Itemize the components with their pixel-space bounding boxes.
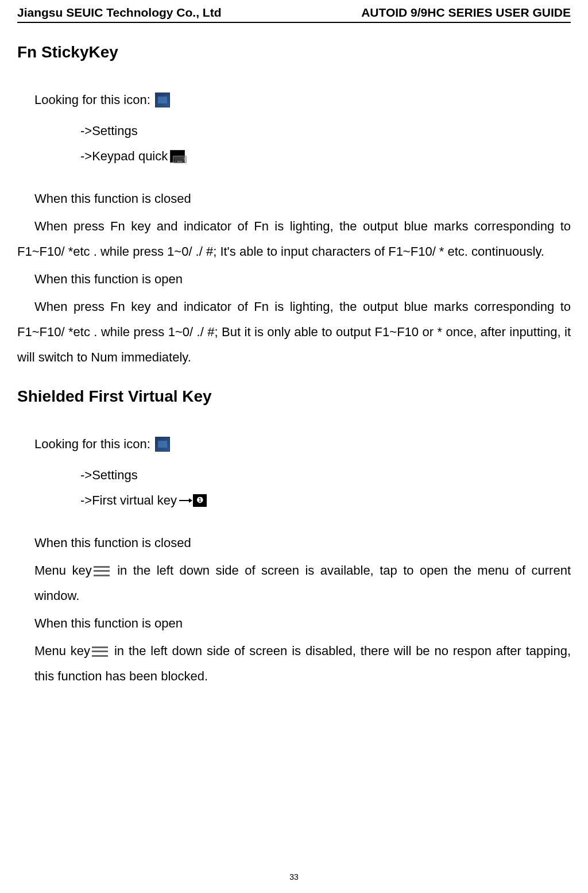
virtual-key-arrow-icon: ❶ — [179, 494, 207, 507]
virtual-closed-paragraph: Menu key in the left down side of screen… — [34, 558, 571, 609]
nav-keypad-quick: ->Keypad quick — [80, 144, 571, 169]
hamburger-menu-icon-2 — [92, 646, 108, 657]
looking-for-icon-line-2: Looking for this icon: — [34, 432, 571, 457]
section2-content: Looking for this icon: ->Settings ->Firs… — [17, 432, 571, 689]
section-title-fn-stickykey: Fn StickyKey — [17, 43, 571, 61]
app-icon — [155, 93, 170, 107]
fn-open-paragraph: When press Fn key and indicator of Fn is… — [17, 294, 571, 370]
looking-text-1: Looking for this icon: — [34, 87, 150, 113]
section1-content: Looking for this icon: ->Settings ->Keyp… — [17, 87, 571, 370]
page-header: Jiangsu SEUIC Technology Co., Ltd AUTOID… — [17, 6, 571, 23]
hamburger-menu-icon — [94, 566, 110, 576]
nav-settings-2: ->Settings — [80, 463, 571, 488]
fn-closed-label: When this function is closed — [34, 186, 571, 211]
nav-settings-1: ->Settings — [80, 118, 571, 144]
header-right: AUTOID 9/9HC SERIES USER GUIDE — [361, 6, 571, 20]
virtual-open-label: When this function is open — [34, 611, 571, 636]
section-title-shielded-virtual-key: Shielded First Virtual Key — [17, 387, 571, 406]
nav-first-virtual-key: ->First virtual key ❶ — [80, 488, 571, 513]
fn-closed-paragraph: When press Fn key and indicator of Fn is… — [17, 214, 571, 264]
page-number: 33 — [289, 872, 299, 882]
header-left: Jiangsu SEUIC Technology Co., Ltd — [17, 6, 221, 20]
looking-text-2: Looking for this icon: — [34, 432, 150, 457]
virtual-open-paragraph: Menu key in the left down side of screen… — [34, 638, 571, 689]
virtual-closed-label: When this function is closed — [34, 530, 571, 556]
fn-open-label: When this function is open — [34, 267, 571, 292]
looking-for-icon-line-1: Looking for this icon: — [34, 87, 571, 113]
keypad-icon — [170, 150, 185, 163]
app-icon-2 — [155, 437, 170, 452]
